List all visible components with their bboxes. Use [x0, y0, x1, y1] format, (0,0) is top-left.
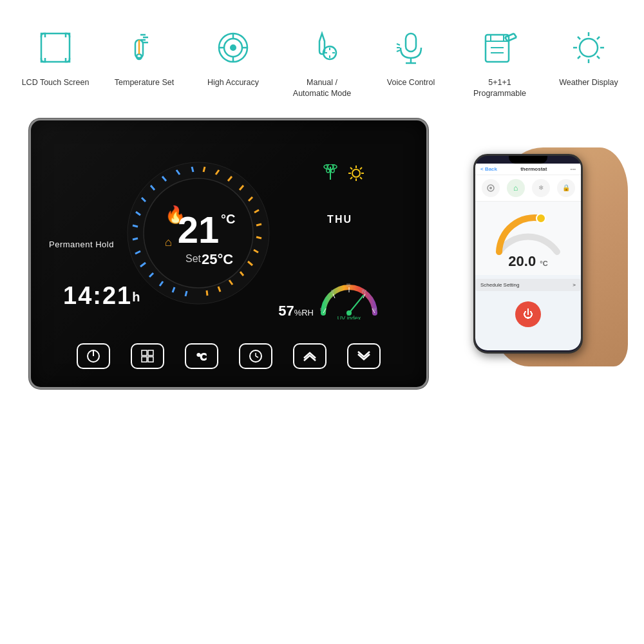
feature-weather-label: Weather Display	[559, 77, 618, 88]
svg-point-10	[231, 45, 236, 50]
phone-power-button[interactable]: ⏻	[515, 301, 541, 327]
feature-manual: Manual /Automatic Mode	[287, 24, 357, 99]
phone-home-btn[interactable]: ⌂	[507, 179, 525, 197]
svg-text:I: I	[320, 307, 321, 312]
phone-dial-area: 20.0 °C	[475, 202, 581, 275]
current-temp-value: 21	[178, 209, 220, 251]
clock-button[interactable]	[239, 343, 272, 369]
phone-schedule-row[interactable]: Schedule Setting >	[475, 279, 581, 291]
svg-line-66	[349, 296, 363, 313]
power-button[interactable]	[77, 343, 110, 369]
phone-screen: < Back thermostat ••• ⌂ ❄	[475, 164, 581, 350]
time-value: 14:21	[63, 282, 132, 309]
svg-line-41	[578, 37, 580, 39]
time-display: 14:21h	[63, 282, 141, 310]
feature-temp-label: Temperature Set	[115, 77, 174, 88]
feature-accuracy: High Accuracy	[198, 24, 269, 88]
svg-rect-0	[41, 33, 70, 62]
phone-container: < Back thermostat ••• ⌂ ❄	[441, 154, 615, 354]
svg-point-49	[329, 169, 332, 172]
svg-line-58	[350, 177, 352, 179]
lcd-icon	[32, 24, 79, 71]
svg-point-36	[580, 39, 598, 57]
schedule-button[interactable]	[131, 343, 164, 369]
voice-icon	[388, 24, 434, 71]
wind-icon	[319, 164, 342, 182]
feature-voice-label: Voice Control	[387, 77, 435, 88]
svg-text:℃: ℃	[196, 352, 207, 362]
phone-fan-btn[interactable]	[482, 179, 500, 197]
svg-text:III: III	[346, 283, 350, 287]
up-button[interactable]	[293, 343, 327, 369]
phone-back-btn[interactable]: < Back	[480, 166, 497, 172]
programmable-icon	[477, 24, 523, 71]
svg-text:V: V	[374, 307, 377, 312]
humidity-value: 57	[278, 303, 294, 319]
svg-rect-76	[148, 350, 153, 355]
feature-programmable: 5+1+1Programmable	[464, 24, 535, 99]
sun-display-icon	[347, 164, 365, 182]
uv-gauge-svg: UV index I II III IV V	[317, 278, 381, 319]
humidity-display: 57%RH	[278, 303, 314, 319]
feature-manual-label: Manual /Automatic Mode	[293, 77, 351, 99]
svg-rect-78	[148, 357, 153, 362]
down-button[interactable]	[347, 343, 381, 369]
svg-point-84	[489, 187, 492, 189]
set-temp-value: 25°C	[202, 251, 233, 267]
manual-icon	[299, 24, 345, 71]
uv-label-text: UV index	[337, 315, 361, 319]
main-section: Permanent Hold THU	[0, 112, 644, 389]
phone-menu-dots: •••	[571, 166, 576, 172]
svg-rect-20	[406, 33, 416, 52]
accuracy-icon	[210, 24, 256, 71]
current-temp-unit: °C	[221, 212, 235, 226]
feature-lcd: LCD Touch Screen	[20, 24, 91, 88]
svg-line-56	[360, 177, 362, 179]
svg-text:II: II	[331, 289, 334, 294]
svg-line-55	[350, 167, 352, 169]
phone-lock-btn[interactable]: 🔒	[557, 179, 575, 197]
phone-snow-btn[interactable]: ❄	[532, 179, 550, 197]
phone-temp-value: 20.0	[508, 253, 536, 269]
svg-point-85	[536, 214, 545, 223]
feature-temp: Temperature Set	[109, 24, 180, 88]
time-suffix: h	[132, 290, 141, 304]
feature-voice: Voice Control	[375, 24, 446, 88]
feature-lcd-label: LCD Touch Screen	[22, 77, 90, 88]
svg-point-50	[352, 169, 360, 177]
phone-icons-row: ⌂ ❄ 🔒	[475, 175, 581, 202]
phone-header: < Back thermostat •••	[475, 164, 581, 175]
phone-temp-unit: °C	[540, 260, 547, 267]
humidity-unit: %RH	[294, 308, 314, 317]
svg-line-23	[397, 44, 400, 45]
phone-title: thermostat	[520, 166, 547, 172]
features-row: LCD Touch Screen Temperature Set	[0, 0, 644, 112]
button-row: ℃	[31, 343, 426, 369]
svg-point-6	[137, 54, 142, 59]
svg-rect-77	[142, 357, 147, 362]
svg-line-43	[597, 37, 600, 39]
phone-schedule-arrow: >	[573, 282, 576, 288]
weather-icons-display	[319, 164, 365, 182]
svg-line-25	[397, 50, 400, 52]
permanent-hold-label: Permanent Hold	[49, 240, 114, 249]
svg-line-33	[514, 33, 516, 37]
phone-notch	[509, 156, 547, 164]
svg-text:IV: IV	[362, 289, 366, 294]
svg-line-57	[360, 167, 362, 169]
dial-container: 🔥 ⌂ 21 °C Set 25°C	[121, 156, 276, 310]
thermostat-device: Permanent Hold THU	[29, 118, 428, 389]
svg-line-44	[578, 56, 580, 59]
phone-schedule-label: Schedule Setting	[480, 282, 520, 288]
phone-temp-display: 20.0 °C	[508, 253, 547, 270]
mode-button[interactable]: ℃	[185, 343, 218, 369]
set-label-text: Set	[185, 253, 202, 264]
feature-weather: Weather Display	[553, 24, 624, 88]
weather-icon	[565, 24, 612, 71]
uv-gauge: UV index I II III IV V	[317, 278, 381, 319]
day-label: THU	[327, 214, 352, 225]
feature-accuracy-label: High Accuracy	[207, 77, 259, 88]
phone-device: < Back thermostat ••• ⌂ ❄	[473, 154, 583, 354]
dial-svg: 🔥 ⌂ 21 °C Set 25°C	[121, 156, 276, 310]
feature-programmable-label: 5+1+1Programmable	[473, 77, 526, 99]
